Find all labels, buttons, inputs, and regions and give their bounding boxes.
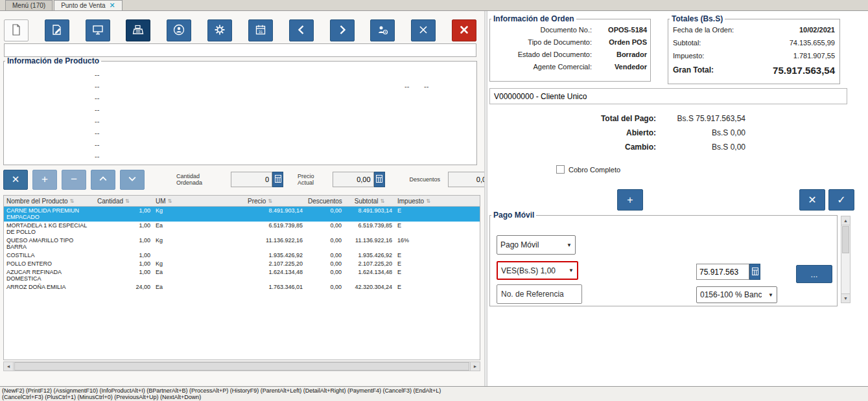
documento-no-value: OPOS-5184 <box>597 26 650 34</box>
column-label: Subtotal <box>355 198 379 205</box>
report-button[interactable] <box>86 19 110 41</box>
confirm-payment-button[interactable]: ✓ <box>828 189 854 211</box>
increase-quantity-button[interactable]: + <box>32 170 57 190</box>
cambio-label: Cambio: <box>487 143 656 152</box>
reference-number-input[interactable] <box>497 284 582 304</box>
cell-qty: 1,00 <box>95 268 153 283</box>
column-header-precio[interactable]: Precio⇅ <box>215 196 305 206</box>
delete-line-button[interactable]: ✕ <box>3 170 28 190</box>
tab-punto-de-venta[interactable]: Punto de Venta ✕ <box>54 0 123 10</box>
cell-tax: E <box>395 251 480 260</box>
cell-product-name: ARROZ DOÑA EMILIA <box>4 283 95 292</box>
amount-calculator-button[interactable] <box>749 264 760 280</box>
table-row[interactable]: QUESO AMARILLO TIPO BARRA 1,00 Kg 11.136… <box>4 236 480 251</box>
cash-register-button[interactable] <box>126 19 150 41</box>
cell-subtotal: 1.935.426,92 <box>344 251 395 260</box>
column-label: UM <box>156 198 166 205</box>
column-label: Precio <box>248 198 266 205</box>
cancel-button[interactable] <box>411 19 436 41</box>
cell-discount: 0,00 <box>305 251 344 260</box>
table-row[interactable]: ARROZ DOÑA EMILIA 24,00 Ea 1.763.346,01 … <box>4 283 480 292</box>
column-header-nombre[interactable]: Nombre del Producto⇅ <box>4 196 95 206</box>
precio-actual-label: Precio Actual <box>298 173 314 186</box>
payment-button[interactable] <box>370 19 395 41</box>
settings-button[interactable] <box>207 19 232 41</box>
chevron-down-icon: ▼ <box>768 292 773 298</box>
calendar-button[interactable]: 31 <box>248 19 273 41</box>
cell-subtotal: 42.320.304,24 <box>344 283 395 292</box>
edit-document-button[interactable] <box>45 19 69 41</box>
more-options-button[interactable]: ... <box>796 265 832 283</box>
precio-calculator-button[interactable] <box>374 172 385 187</box>
scrollbar-thumb[interactable] <box>842 226 849 253</box>
cantidad-ordenada-input[interactable] <box>231 172 272 187</box>
chevron-down-icon: ▼ <box>569 268 574 273</box>
cell-subtotal: 2.107.225,20 <box>344 260 395 268</box>
product-search-input[interactable] <box>4 43 476 57</box>
customer-input[interactable] <box>489 88 847 104</box>
cobro-completo-checkbox[interactable] <box>556 165 565 174</box>
tipo-documento-value: Orden POS <box>597 38 650 46</box>
next-button[interactable] <box>330 19 355 41</box>
cell-um: Kg <box>153 260 215 268</box>
table-row[interactable]: MORTADELA 1 KG ESPECIAL DE POLLO 1,00 Ea… <box>4 222 480 236</box>
business-partner-button[interactable] <box>167 19 191 41</box>
add-payment-button[interactable]: + <box>617 189 643 211</box>
agente-comercial-label: Agente Comercial: <box>490 63 597 71</box>
descuentos-input[interactable] <box>448 172 489 187</box>
decrease-quantity-button[interactable]: − <box>62 170 86 190</box>
calendar-icon: 31 <box>254 23 267 38</box>
scroll-up-arrow[interactable]: ▲ <box>841 216 850 225</box>
scroll-left-arrow[interactable]: ◄ <box>4 362 14 371</box>
scroll-down-arrow[interactable]: ▼ <box>841 293 850 303</box>
x-icon: ✕ <box>808 194 816 206</box>
totals-panel: Totales (Bs.S) Fecha de la Orden:10/02/2… <box>668 14 840 84</box>
close-button[interactable] <box>452 19 476 41</box>
scrollbar-track[interactable] <box>841 254 850 293</box>
bank-select[interactable]: 0156-100 % Banc ▼ <box>696 286 777 303</box>
payment-amount-input[interactable] <box>696 264 749 280</box>
cell-price: 6.519.739,85 <box>215 222 305 236</box>
vertical-scrollbar[interactable]: ▲ ▼ <box>841 216 850 303</box>
impuesto-label: Impuesto: <box>673 52 793 60</box>
column-header-subtotal[interactable]: Subtotal⇅ <box>344 196 395 206</box>
abierto-value: Bs.S 0,00 <box>656 128 745 137</box>
table-header: Nombre del Producto⇅ Cantidad⇅ UM⇅ Preci… <box>4 196 480 207</box>
tab-menu[interactable]: Menú (170) <box>5 0 53 10</box>
cell-product-name: CARNE MOLIDA PREMIUN EMPACADO <box>4 207 95 222</box>
cell-subtotal: 1.624.134,48 <box>344 268 395 283</box>
column-header-um[interactable]: UM⇅ <box>153 196 215 206</box>
table-row[interactable]: AZUCAR REFINADA DOMESTICA 1,00 Ea 1.624.… <box>4 268 480 283</box>
cell-subtotal: 8.491.903,14 <box>344 207 395 222</box>
cantidad-calculator-button[interactable] <box>272 172 283 187</box>
table-row[interactable]: COSTILLA 1,00 1.935.426,92 0,00 1.935.42… <box>4 251 480 260</box>
column-header-descuentos[interactable]: Descuentos⇅ <box>305 196 344 206</box>
cell-subtotal: 6.519.739,85 <box>344 222 395 236</box>
move-down-button[interactable] <box>120 170 145 190</box>
cell-tax: E <box>395 283 480 292</box>
cell-qty: 24,00 <box>95 283 153 292</box>
tab-close-icon[interactable]: ✕ <box>110 2 115 9</box>
scroll-right-arrow[interactable]: ► <box>470 362 480 371</box>
payment-right-panel: Información de Orden Documento No.:OPOS-… <box>487 11 868 386</box>
field-placeholder: -- <box>95 141 99 148</box>
cobro-completo-checkbox-row[interactable]: Cobro Completo <box>556 165 620 174</box>
cancel-payment-button[interactable]: ✕ <box>799 189 825 211</box>
column-header-impuesto[interactable]: Impuesto⇅ <box>395 196 480 206</box>
new-document-button[interactable] <box>4 19 29 41</box>
payment-method-select[interactable]: Pago Móvil ▼ <box>497 235 576 255</box>
edit-document-icon <box>51 23 64 38</box>
currency-select[interactable]: VES(Bs.S) 1,00 ▼ <box>497 261 578 280</box>
move-up-button[interactable] <box>91 170 115 190</box>
previous-button[interactable] <box>289 19 314 41</box>
scrollbar-thumb[interactable] <box>14 362 469 371</box>
precio-actual-input[interactable] <box>333 172 374 187</box>
cell-discount: 0,00 <box>305 260 344 268</box>
column-label: Impuesto <box>397 198 424 205</box>
table-row[interactable]: CARNE MOLIDA PREMIUN EMPACADO 1,00 Kg 8.… <box>4 207 480 222</box>
horizontal-scrollbar[interactable]: ◄ ► <box>3 361 480 371</box>
currency-value: VES(Bs.S) 1,00 <box>501 266 556 275</box>
column-header-cantidad[interactable]: Cantidad⇅ <box>95 196 153 206</box>
table-row[interactable]: POLLO ENTERO 1,00 Kg 2.107.225,20 0,00 2… <box>4 260 480 268</box>
cell-um: Ea <box>153 283 215 292</box>
